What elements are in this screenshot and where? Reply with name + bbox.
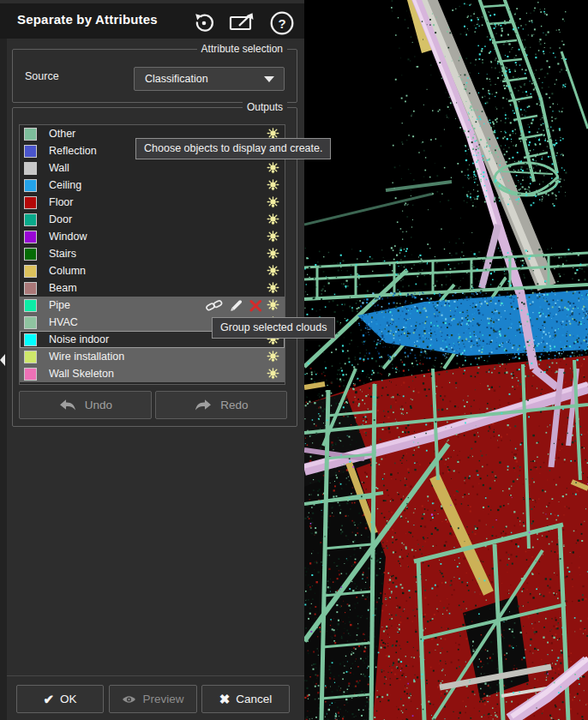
output-list: Other Reflection Wall Ceiling Floor Door… [19,124,285,385]
panel-title: Separate by Attributes [17,12,158,27]
row-tools [206,299,262,312]
separate-by-attributes-panel: Separate by Attributes ? [0,0,304,720]
output-row-label: Ceiling [49,179,267,191]
screen: Separate by Attributes ? [0,0,588,720]
visibility-bulb-icon[interactable] [267,179,279,192]
source-dropdown-value: Classification [145,73,264,85]
panel-left-strip [0,39,7,720]
output-row[interactable]: Ceiling [20,177,285,194]
delete-x-icon[interactable] [249,299,262,312]
color-swatch[interactable] [24,128,37,141]
preview-button[interactable]: Preview [109,685,197,713]
edit-pencil-icon[interactable] [230,299,243,312]
reset-icon[interactable] [190,10,218,36]
color-swatch[interactable] [24,248,37,261]
color-swatch[interactable] [24,179,37,192]
attribute-selection-group: Attribute selection Source Classificatio… [12,49,297,103]
color-swatch[interactable] [24,196,37,209]
output-row-label: Wire installation [49,351,267,363]
visibility-bulb-icon[interactable] [267,196,279,209]
source-dropdown[interactable]: Classification [134,67,285,91]
help-icon[interactable]: ? [268,10,296,36]
cancel-label: Cancel [236,693,272,705]
cancel-button[interactable]: ✖ Cancel [201,685,290,713]
source-label: Source [25,70,59,82]
visibility-bulb-icon[interactable] [267,282,279,295]
color-swatch[interactable] [24,282,37,295]
color-swatch[interactable] [24,368,37,381]
output-row[interactable]: Wire installation [20,348,285,365]
output-row[interactable]: Wall [20,159,285,177]
output-row-label: Window [49,231,267,243]
redo-label: Redo [220,399,248,411]
group-clouds-link-icon[interactable] [206,299,223,312]
output-row[interactable]: Stairs [20,245,285,262]
ok-button[interactable]: ✔ OK [16,685,104,713]
panel-titlebar: Separate by Attributes ? [0,3,304,39]
chevron-down-icon [264,76,274,82]
visibility-bulb-icon[interactable] [267,248,279,261]
output-row-label: Door [49,213,267,225]
visibility-bulb-icon[interactable] [267,299,279,312]
eye-icon [122,694,136,705]
output-row-label: Beam [49,282,267,294]
undo-label: Undo [85,399,112,411]
ok-label: OK [60,693,77,705]
color-swatch[interactable] [24,316,37,329]
output-row[interactable]: Column [20,262,285,279]
color-swatch[interactable] [24,351,37,363]
redo-button[interactable]: Redo [155,391,287,419]
preview-label: Preview [142,693,183,705]
output-row[interactable]: Pipe [20,297,285,314]
output-row[interactable]: Door [20,211,285,228]
output-row-label: Stairs [49,248,267,260]
color-swatch[interactable] [24,333,37,346]
panel-collapse-arrow-icon[interactable] [0,354,5,366]
output-row-label: Column [49,265,267,277]
svg-text:?: ? [278,16,285,31]
output-row[interactable]: Floor [20,194,285,211]
undo-button[interactable]: Undo [19,391,152,419]
outputs-legend: Outputs [243,101,287,114]
undo-arrow-icon [58,399,77,412]
output-row-label: Wall [49,162,267,174]
tooltip-choose-objects: Choose objects to display and create. [135,138,331,159]
visibility-bulb-icon[interactable] [267,213,279,226]
visibility-bulb-icon[interactable] [267,368,279,381]
output-row[interactable]: Window [20,228,285,245]
color-swatch[interactable] [24,231,37,243]
color-swatch[interactable] [24,145,37,158]
output-row-label: Floor [49,196,267,208]
output-row-label: Pipe [49,299,206,311]
tooltip-group-selected-clouds: Group selected clouds [212,317,335,339]
color-swatch[interactable] [24,265,37,278]
visibility-bulb-icon[interactable] [267,351,279,363]
color-swatch[interactable] [24,162,37,175]
output-row[interactable]: Beam [20,279,285,297]
visibility-bulb-icon[interactable] [267,231,279,243]
redo-arrow-icon [194,399,213,412]
output-row[interactable]: Wall Skeleton [20,365,285,382]
output-row-label: Wall Skeleton [49,368,267,380]
close-icon: ✖ [219,693,231,705]
color-swatch[interactable] [24,299,37,312]
check-icon: ✔ [43,693,54,705]
viewport-3d[interactable] [304,0,588,720]
visibility-bulb-icon[interactable] [267,265,279,278]
detach-window-icon[interactable] [228,10,255,36]
visibility-bulb-icon[interactable] [267,162,279,175]
footer-separator [7,675,304,676]
attribute-selection-legend: Attribute selection [197,43,287,56]
color-swatch[interactable] [24,213,37,226]
